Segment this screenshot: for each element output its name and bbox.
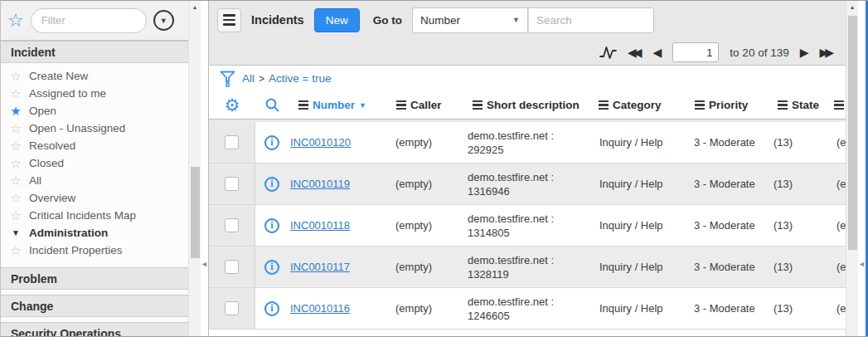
- column-header-state[interactable]: State: [768, 99, 824, 111]
- sidebar-nav-item[interactable]: ☆ All: [1, 172, 188, 189]
- sidebar-nav-item[interactable]: ☆ Overview: [1, 189, 188, 207]
- star-outline-icon[interactable]: ☆: [9, 70, 22, 82]
- short-description-cell: demo.testfire.net : 1316946: [463, 164, 589, 204]
- priority-cell: 3 - Moderate: [685, 164, 768, 204]
- scroll-up-arrow-icon[interactable]: ▲: [846, 1, 858, 13]
- list-title: Incidents: [251, 13, 304, 27]
- sidebar-scrollbar[interactable]: ▲: [188, 1, 201, 336]
- personalize-list-gear-icon[interactable]: ⚙: [209, 96, 255, 114]
- breadcrumb-separator: >: [259, 73, 264, 85]
- column-menu-icon[interactable]: [599, 100, 609, 110]
- info-icon[interactable]: i: [264, 218, 279, 233]
- caller-cell: (empty): [386, 288, 463, 329]
- collapse-left-arrow-icon[interactable]: ◄: [201, 261, 208, 268]
- row-checkbox[interactable]: [225, 218, 239, 232]
- column-header-extra[interactable]: [824, 100, 846, 110]
- next-page-button[interactable]: ▶: [800, 46, 809, 58]
- column-header-number[interactable]: Number ▼: [289, 99, 386, 111]
- sidebar-nav-item[interactable]: ☆ Open - Unassigned: [1, 120, 188, 137]
- column-header-priority[interactable]: Priority: [685, 99, 768, 111]
- incident-number-link[interactable]: INC0010120: [290, 136, 351, 149]
- row-checkbox[interactable]: [225, 135, 239, 149]
- sidebar-nav-item[interactable]: ★ Open: [1, 102, 188, 120]
- column-header-category[interactable]: Category: [589, 99, 685, 111]
- short-description-cell: demo.testfire.net : 1314805: [463, 205, 589, 246]
- sidebar-section-incident[interactable]: Incident: [1, 41, 188, 63]
- goto-search-input[interactable]: [528, 7, 654, 33]
- caller-cell: (empty): [386, 247, 463, 287]
- star-outline-icon[interactable]: ☆: [9, 192, 22, 204]
- number-cell: INC0010119: [289, 164, 386, 204]
- table-row: i INC0010118 (empty) demo.testfire.net :…: [209, 205, 846, 247]
- caret-down-icon[interactable]: ▼: [9, 229, 22, 237]
- first-page-button[interactable]: ◀◀: [628, 46, 643, 58]
- pane-splitter-right[interactable]: ◄: [858, 1, 866, 336]
- row-checkbox[interactable]: [225, 177, 239, 191]
- star-outline-icon[interactable]: ☆: [9, 139, 22, 152]
- incident-items: ☆ Create New ☆ Assigned to me ★ Open ☆ O…: [1, 63, 188, 262]
- row-checkbox[interactable]: [225, 260, 239, 274]
- column-menu-icon[interactable]: [695, 100, 705, 110]
- column-menu-icon[interactable]: [473, 100, 482, 110]
- incident-number-link[interactable]: INC0010119: [290, 178, 350, 190]
- breadcrumb-all-link[interactable]: All: [242, 72, 255, 85]
- list-scrollbar-thumb[interactable]: [848, 16, 857, 250]
- sidebar-nav-item[interactable]: ☆ Critical Incidents Map: [1, 207, 188, 224]
- goto-field-select[interactable]: Number ▼: [412, 7, 528, 33]
- column-menu-icon[interactable]: [834, 100, 844, 110]
- star-outline-icon[interactable]: ☆: [9, 87, 22, 100]
- sidebar-nav-item[interactable]: ▼ Administration: [1, 224, 188, 242]
- row-checkbox[interactable]: [225, 301, 239, 315]
- pane-splitter-left[interactable]: ◄: [201, 1, 208, 336]
- previous-page-button[interactable]: ◀: [653, 46, 662, 58]
- column-header-desc[interactable]: Short description: [463, 99, 589, 111]
- category-cell: Inquiry / Help: [589, 122, 685, 163]
- list-menu-button[interactable]: [217, 8, 241, 32]
- breadcrumb-condition-link[interactable]: Active = true: [269, 72, 331, 85]
- sidebar-section[interactable]: Security Operations: [1, 322, 188, 336]
- scroll-up-arrow-icon[interactable]: ▲: [189, 1, 201, 13]
- sidebar-nav-item[interactable]: ☆ Resolved: [1, 137, 188, 154]
- sidebar-section[interactable]: Change: [1, 295, 188, 317]
- navigator-filter-input[interactable]: [31, 8, 147, 33]
- column-menu-icon[interactable]: [396, 100, 406, 110]
- star-outline-icon[interactable]: ☆: [9, 122, 22, 134]
- info-icon[interactable]: i: [264, 301, 279, 316]
- last-page-button[interactable]: ▶▶: [819, 46, 834, 58]
- incident-number-link[interactable]: INC0010116: [290, 302, 350, 315]
- sidebar-nav-item[interactable]: ☆ Closed: [1, 154, 188, 172]
- star-outline-icon[interactable]: ☆: [9, 244, 22, 256]
- star-filled-icon[interactable]: ★: [9, 105, 22, 117]
- goto-combo: Number ▼: [412, 7, 654, 33]
- sidebar-section[interactable]: Problem: [1, 267, 188, 290]
- info-icon[interactable]: i: [264, 260, 279, 275]
- page-number-input[interactable]: [672, 42, 719, 62]
- sidebar-nav-item[interactable]: ☆ Incident Properties: [1, 242, 188, 259]
- list-scrollbar[interactable]: ▲: [846, 1, 858, 336]
- column-menu-icon[interactable]: [778, 100, 788, 110]
- new-button[interactable]: New: [314, 8, 360, 32]
- info-icon[interactable]: i: [264, 135, 279, 150]
- activity-stream-icon[interactable]: [599, 44, 617, 61]
- column-header-label: Number: [313, 99, 355, 111]
- collapse-right-arrow-icon[interactable]: ◄: [858, 261, 866, 268]
- list-header-row: ⚙ Number ▼ Caller Short description Cate…: [209, 91, 846, 120]
- incident-number-link[interactable]: INC0010117: [290, 261, 350, 273]
- row-info-cell: i: [255, 205, 289, 246]
- star-outline-icon[interactable]: ☆: [9, 157, 22, 169]
- caret-down-circle-icon[interactable]: ▼: [153, 10, 174, 31]
- sidebar-nav-item[interactable]: ☆ Assigned to me: [1, 85, 188, 102]
- sidebar-scrollbar-thumb[interactable]: [191, 167, 200, 258]
- caller-cell: (empty): [386, 122, 463, 163]
- star-outline-icon[interactable]: ☆: [9, 209, 22, 222]
- star-outline-icon[interactable]: ☆: [9, 174, 22, 187]
- column-header-caller[interactable]: Caller: [386, 99, 463, 111]
- sidebar-nav-item[interactable]: ☆ Create New: [1, 67, 188, 85]
- filter-funnel-icon[interactable]: [220, 71, 235, 87]
- info-icon[interactable]: i: [264, 177, 279, 192]
- favorites-star-icon[interactable]: ☆: [7, 12, 24, 30]
- search-icon[interactable]: [255, 97, 289, 113]
- incident-number-link[interactable]: INC0010118: [290, 219, 350, 232]
- column-menu-icon[interactable]: [298, 100, 308, 110]
- extra-cell: (empty): [824, 122, 846, 163]
